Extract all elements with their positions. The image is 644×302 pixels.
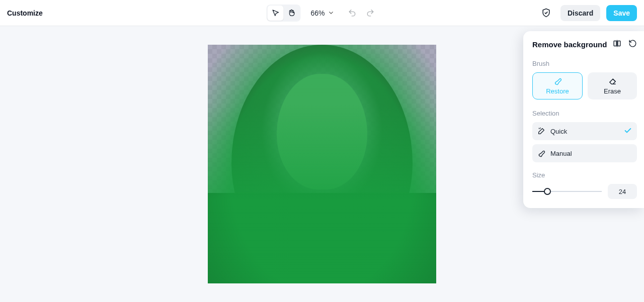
discard-button[interactable]: Discard: [560, 5, 600, 21]
hand-icon: [287, 9, 295, 17]
pointer-tool[interactable]: [267, 6, 283, 21]
selection-list: Quick Manual: [532, 122, 637, 162]
shield-button[interactable]: [538, 5, 554, 21]
history-group: [345, 6, 378, 21]
selection-quick[interactable]: Quick: [532, 122, 637, 140]
hand-tool[interactable]: [283, 6, 299, 21]
compare-icon: [613, 39, 621, 48]
svg-line-3: [613, 79, 615, 81]
shield-icon: [541, 8, 551, 18]
selection-quick-check: [624, 127, 632, 136]
brush-section-label: Brush: [532, 60, 637, 67]
erase-brush-label: Erase: [604, 87, 621, 95]
cursor-mode-group: [266, 5, 300, 22]
undo-button[interactable]: [345, 6, 360, 21]
svg-rect-1: [618, 41, 620, 46]
magic-brush-icon: [537, 127, 545, 135]
image-canvas[interactable]: [208, 45, 436, 283]
brush-icon: [537, 149, 545, 157]
erase-brush-icon: [608, 77, 617, 85]
toolbar-center: 66%: [266, 5, 377, 22]
check-icon: [624, 127, 632, 135]
panel-header-actions: [613, 39, 637, 50]
restore-mask-overlay: [208, 45, 436, 283]
workspace: Remove background Brush Restore Erase Se…: [0, 26, 644, 302]
compare-button[interactable]: [613, 39, 621, 50]
toolbar-left: Customize: [7, 9, 43, 17]
reset-icon: [628, 39, 637, 48]
zoom-value: 66%: [310, 9, 325, 17]
page-title: Customize: [7, 9, 43, 17]
brush-mode-row: Restore Erase: [532, 72, 637, 99]
pointer-icon: [271, 9, 279, 17]
reset-button[interactable]: [628, 39, 637, 50]
zoom-dropdown[interactable]: 66%: [307, 7, 337, 19]
size-slider[interactable]: [532, 186, 602, 196]
redo-button[interactable]: [363, 6, 378, 21]
undo-icon: [348, 9, 356, 17]
restore-brush-label: Restore: [546, 87, 569, 95]
panel-title: Remove background: [532, 40, 607, 49]
chevron-down-icon: [328, 10, 335, 16]
top-toolbar: Customize 66%: [0, 0, 644, 26]
save-button[interactable]: Save: [606, 5, 637, 21]
svg-rect-0: [614, 41, 616, 46]
selection-quick-label: Quick: [550, 128, 567, 135]
selection-manual[interactable]: Manual: [532, 144, 637, 162]
panel-header: Remove background: [532, 39, 637, 50]
selection-section-label: Selection: [532, 110, 637, 117]
selection-manual-label: Manual: [550, 150, 572, 157]
restore-brush-button[interactable]: Restore: [532, 72, 583, 99]
remove-background-panel: Remove background Brush Restore Erase Se…: [523, 31, 644, 208]
size-value-box[interactable]: 24: [608, 184, 637, 199]
redo-icon: [366, 9, 374, 17]
erase-brush-button[interactable]: Erase: [588, 72, 637, 99]
size-row: 24: [532, 184, 637, 199]
size-section-label: Size: [532, 171, 637, 179]
size-value: 24: [619, 188, 626, 195]
slider-thumb[interactable]: [544, 188, 551, 195]
toolbar-right: Discard Save: [538, 5, 637, 21]
restore-brush-icon: [553, 77, 562, 85]
